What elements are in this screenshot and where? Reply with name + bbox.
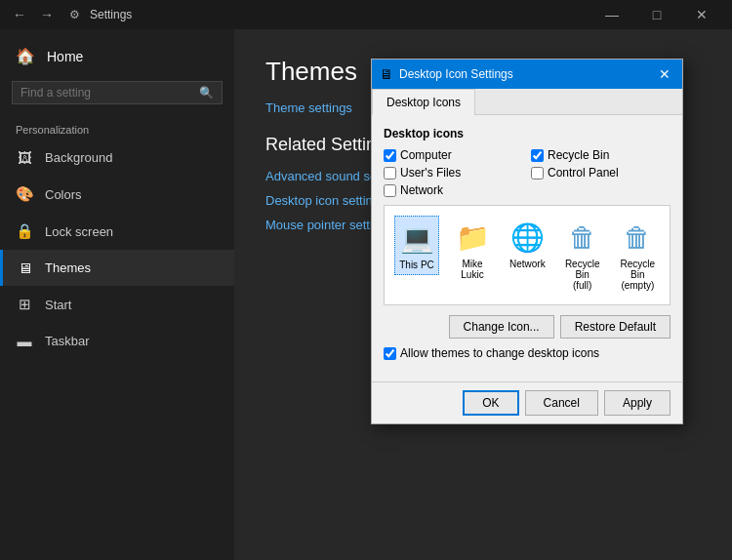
sidebar-item-lock-screen[interactable]: 🔒 Lock screen — [0, 213, 234, 250]
main-layout: 🏠 Home 🔍 Personalization 🖼 Background 🎨 … — [0, 29, 732, 560]
close-button[interactable]: ✕ — [679, 0, 724, 29]
dialog-overlay: 🖥 Desktop Icon Settings ✕ Desktop Icons … — [234, 29, 732, 560]
icon-network[interactable]: 🌐 Network — [506, 216, 549, 273]
recycle-full-label: Recycle Bin (full) — [565, 259, 600, 291]
allow-themes-label: Allow themes to change desktop icons — [400, 346, 599, 360]
checkbox-users-files-input[interactable] — [384, 167, 396, 180]
sidebar-item-background-label: Background — [45, 150, 112, 165]
content-area: Themes Theme settings Related Settings A… — [234, 29, 732, 560]
dialog-body: Desktop icons Computer Recycle Bin U — [372, 115, 682, 381]
sidebar-home-label: Home — [47, 49, 83, 64]
icon-recycle-full[interactable]: 🗑 Recycle Bin (full) — [561, 216, 604, 295]
this-pc-icon: 💻 — [399, 220, 434, 256]
dialog-title-icon: 🖥 — [380, 66, 393, 82]
search-input[interactable] — [20, 86, 199, 100]
apply-button[interactable]: Apply — [604, 390, 671, 416]
icon-preview-area: 💻 This PC 📁 Mike Lukic 🌐 Network 🗑 — [384, 205, 671, 305]
restore-default-button[interactable]: Restore Default — [560, 315, 671, 339]
minimize-button[interactable]: — — [590, 0, 634, 29]
checkbox-recycle-bin-input[interactable] — [531, 149, 544, 162]
sidebar-item-start[interactable]: ⊞ Start — [0, 286, 234, 323]
checkbox-recycle-bin-label: Recycle Bin — [548, 148, 609, 162]
sidebar-item-start-label: Start — [45, 298, 71, 312]
recycle-full-icon: 🗑 — [565, 220, 600, 255]
icon-btn-row: Change Icon... Restore Default — [384, 315, 671, 339]
desktop-icon-dialog: 🖥 Desktop Icon Settings ✕ Desktop Icons … — [371, 59, 683, 424]
dialog-title-bar: 🖥 Desktop Icon Settings ✕ — [372, 60, 682, 89]
checkbox-computer[interactable]: Computer — [384, 148, 523, 162]
recycle-empty-label: Recycle Bin (empty) — [620, 259, 656, 291]
sidebar-item-colors[interactable]: 🎨 Colors — [0, 176, 234, 213]
checkbox-users-files-label: User's Files — [400, 166, 461, 180]
dialog-close-button[interactable]: ✕ — [655, 64, 674, 84]
checkbox-network-label: Network — [400, 183, 443, 197]
forward-button[interactable]: → — [35, 3, 59, 26]
nav-buttons: ← → — [8, 3, 59, 26]
personalization-label: Personalization — [0, 116, 234, 140]
dialog-title-text: Desktop Icon Settings — [399, 67, 655, 81]
allow-themes-checkbox[interactable]: Allow themes to change desktop icons — [384, 346, 671, 360]
cancel-button[interactable]: Cancel — [525, 390, 598, 416]
title-bar-text: Settings — [90, 8, 132, 21]
search-icon: 🔍 — [199, 86, 214, 100]
change-icon-button[interactable]: Change Icon... — [449, 315, 554, 339]
sidebar-item-themes-label: Themes — [45, 260, 91, 275]
icon-this-pc[interactable]: 💻 This PC — [394, 216, 439, 275]
window-controls: — □ ✕ — [590, 0, 724, 29]
taskbar-icon: ▬ — [16, 333, 33, 349]
sidebar: 🏠 Home 🔍 Personalization 🖼 Background 🎨 … — [0, 29, 234, 560]
colors-icon: 🎨 — [16, 185, 33, 203]
lock-icon: 🔒 — [16, 222, 33, 240]
themes-icon: 🖥 — [16, 260, 33, 276]
start-icon: ⊞ — [16, 296, 33, 313]
back-button[interactable]: ← — [8, 3, 31, 26]
sidebar-item-taskbar[interactable]: ▬ Taskbar — [0, 323, 234, 359]
checkbox-network-input[interactable] — [384, 184, 396, 197]
search-box[interactable]: 🔍 — [12, 81, 223, 104]
sidebar-home[interactable]: 🏠 Home — [0, 37, 234, 75]
checkbox-computer-label: Computer — [400, 148, 452, 162]
sidebar-item-taskbar-label: Taskbar — [45, 334, 90, 348]
home-icon: 🏠 — [16, 47, 35, 65]
sidebar-item-themes[interactable]: 🖥 Themes — [0, 250, 234, 286]
sidebar-item-background[interactable]: 🖼 Background — [0, 140, 234, 176]
title-bar-left: ← → ⚙ Settings — [8, 3, 132, 26]
settings-icon: ⚙ — [66, 7, 82, 22]
checkbox-control-panel[interactable]: Control Panel — [531, 166, 671, 180]
checkbox-recycle-bin[interactable]: Recycle Bin — [531, 148, 671, 162]
background-icon: 🖼 — [16, 149, 33, 166]
sidebar-item-lock-label: Lock screen — [45, 224, 113, 239]
checkbox-users-files[interactable]: User's Files — [384, 166, 523, 180]
mike-lukic-label: Mike Lukic — [455, 259, 490, 280]
dialog-tab-desktop-icons[interactable]: Desktop Icons — [372, 89, 475, 115]
icon-recycle-empty[interactable]: 🗑 Recycle Bin (empty) — [616, 216, 660, 295]
network-icon: 🌐 — [509, 220, 545, 255]
this-pc-label: This PC — [399, 260, 434, 270]
title-bar: ← → ⚙ Settings — □ ✕ — [0, 0, 732, 29]
dialog-footer: OK Cancel Apply — [372, 381, 682, 423]
allow-themes-input[interactable] — [384, 347, 396, 360]
icon-mike-lukic[interactable]: 📁 Mike Lukic — [451, 216, 494, 284]
checkbox-network[interactable]: Network — [384, 183, 523, 197]
sidebar-item-colors-label: Colors — [45, 187, 82, 202]
network-label: Network — [509, 259, 546, 269]
checkbox-grid: Computer Recycle Bin User's Files C — [384, 148, 671, 197]
maximize-button[interactable]: □ — [634, 0, 679, 29]
checkbox-control-panel-label: Control Panel — [548, 166, 619, 180]
dialog-tabs: Desktop Icons — [372, 89, 682, 115]
dialog-section-label: Desktop icons — [384, 127, 671, 140]
ok-button[interactable]: OK — [463, 390, 518, 416]
recycle-empty-icon: 🗑 — [620, 220, 655, 255]
checkbox-computer-input[interactable] — [384, 149, 396, 162]
checkbox-control-panel-input[interactable] — [531, 167, 544, 180]
mike-lukic-icon: 📁 — [455, 220, 490, 255]
